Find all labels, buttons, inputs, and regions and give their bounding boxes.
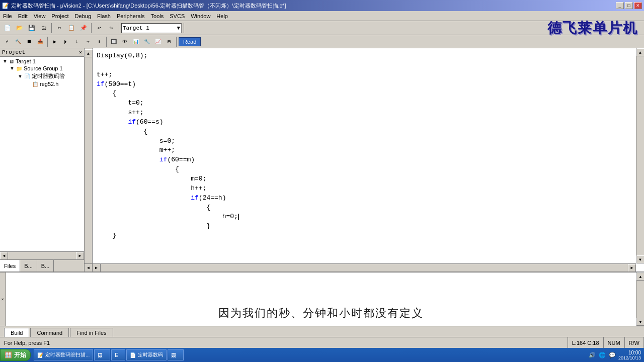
scroll-right-btn[interactable]: ▶ (76, 252, 84, 260)
code-line-2 (97, 61, 632, 70)
tray-icon-3[interactable]: 💬 (608, 351, 616, 359)
rebuild-button[interactable]: 🔨 (13, 37, 23, 47)
taskbar-item-2[interactable]: 🖼 (94, 349, 110, 360)
nav-left-arrow[interactable]: ◀ (85, 263, 93, 272)
sidebar: Project ✕ ▼ 🖥 Target 1 ▼ 📁 Source Group … (0, 48, 85, 272)
menu-peripherals[interactable]: Peripherals (114, 12, 148, 20)
watch-button[interactable]: 👁 (120, 37, 130, 47)
scroll-top-btn[interactable]: ▲ (636, 48, 645, 56)
paste-button[interactable]: 📌 (78, 23, 89, 34)
minimize-button[interactable]: _ (616, 2, 624, 9)
project-tree[interactable]: ▼ 🖥 Target 1 ▼ 📁 Source Group 1 ▼ 📄 定时器数… (0, 57, 84, 251)
taskbar-item-4[interactable]: 📄 定时器数码 (126, 349, 167, 360)
taskbar-items: 📝 定时器数码管扫描... 🖼 E 📄 定时器数码 🖼 (31, 349, 588, 360)
run-button[interactable]: ⏵ (61, 37, 71, 47)
target-label: Target 1 (123, 25, 149, 31)
step-button[interactable]: ↓ (72, 37, 82, 47)
sidebar-tab-b2[interactable]: B... (37, 260, 54, 272)
text-cursor (238, 214, 239, 220)
menu-help[interactable]: Help (213, 12, 231, 20)
title-bar-left: 📝 定时器数码管扫描 - μVision2 - [C:\Users\shifan… (2, 2, 286, 10)
clock-display: 10:00 2012/10/13 (618, 350, 641, 360)
menu-edit[interactable]: Edit (15, 12, 31, 20)
output-scrollbar[interactable]: ▲ ▼ (636, 273, 644, 326)
menu-flash[interactable]: Flash (94, 12, 114, 20)
read-button[interactable]: Read (179, 37, 201, 46)
perf-button[interactable]: 📈 (153, 37, 163, 47)
expand-file[interactable]: ▼ (17, 74, 23, 79)
menu-svcs[interactable]: SVCS (167, 12, 188, 20)
build-button[interactable]: ⚡ (2, 37, 12, 47)
memory-button[interactable]: 🔲 (109, 37, 119, 47)
window-title: 定时器数码管扫描 - μVision2 - [C:\Users\shifang\… (11, 2, 286, 10)
close-button[interactable]: ✕ (634, 2, 642, 9)
nav-right-arrow[interactable]: ▶ (93, 263, 101, 272)
cut-button[interactable]: ✂ (54, 23, 65, 34)
code-line-8: if(60==s) (97, 118, 632, 127)
taskbar-item-1[interactable]: 📝 定时器数码管扫描... (34, 349, 93, 360)
load-button[interactable]: 📥 (35, 37, 45, 47)
tree-file[interactable]: ▼ 📄 定时器数码管 (1, 72, 83, 80)
logic-button[interactable]: ⊞ (164, 37, 174, 47)
target-dropdown[interactable]: Target 1 ▼ (121, 23, 182, 33)
scroll-bottom-btn[interactable]: ▼ (636, 255, 645, 263)
new-file-button[interactable]: 📄 (2, 23, 13, 34)
start-button[interactable]: 🪟 开始 (0, 349, 31, 361)
tab-find-in-files[interactable]: Find in Files (70, 328, 113, 337)
header-label: reg52.h (40, 81, 58, 87)
copy-button[interactable]: 📋 (66, 23, 77, 34)
output-left-close[interactable]: ✕ (0, 273, 6, 326)
output-scroll-down[interactable]: ▼ (636, 318, 644, 326)
sidebar-tab-b1[interactable]: B... (20, 260, 37, 272)
maximize-button[interactable]: □ (625, 2, 633, 9)
code-line-18[interactable]: h=0; (97, 212, 632, 222)
tray-icon-1[interactable]: 🔊 (588, 351, 596, 359)
menu-tools[interactable]: Tools (148, 12, 167, 20)
app-icon: 📝 (2, 3, 9, 9)
taskbar-item-3[interactable]: E (111, 349, 125, 360)
scroll-left-btn[interactable]: ◀ (0, 252, 8, 260)
tree-source-group[interactable]: ▼ 📁 Source Group 1 (1, 65, 83, 72)
output-scroll-track[interactable] (636, 281, 644, 318)
start-debug-button[interactable]: ▶ (50, 37, 60, 47)
redo-button[interactable]: ↪ (106, 23, 117, 34)
open-button[interactable]: 📂 (14, 23, 25, 34)
sidebar-close-icon[interactable]: ✕ (79, 49, 82, 55)
menu-file[interactable]: File (0, 12, 15, 20)
tray-icon-2[interactable]: 🌐 (598, 351, 606, 359)
undo-button[interactable]: ↩ (94, 23, 105, 34)
disassembly-button[interactable]: 🔧 (142, 37, 152, 47)
taskbar-item-5[interactable]: 🖼 (168, 349, 184, 360)
sep5 (47, 37, 48, 47)
editor-bottom-scrollbar[interactable]: ◀ ▶ (93, 263, 636, 272)
tree-target1[interactable]: ▼ 🖥 Target 1 (1, 58, 83, 65)
output-scroll-up[interactable]: ▲ (636, 273, 644, 281)
menu-window[interactable]: Window (188, 12, 213, 20)
save-all-button[interactable]: 🗂 (38, 23, 49, 34)
save-button[interactable]: 💾 (26, 23, 37, 34)
title-bar-controls[interactable]: _ □ ✕ (616, 2, 642, 9)
expand-source-group[interactable]: ▼ (9, 66, 15, 71)
menu-project[interactable]: Project (48, 12, 71, 20)
editor-area: ▲ ▲ ▼ Display(0,8); t++; if(500==t) { t=… (85, 48, 644, 272)
editor-right-scrollbar[interactable]: ▲ ▼ (636, 48, 644, 263)
step-out-button[interactable]: ⬆ (94, 37, 104, 47)
step-over-button[interactable]: ⇒ (83, 37, 93, 47)
code-line-7: s++; (97, 108, 632, 118)
tab-build[interactable]: Build (4, 328, 29, 337)
sidebar-scroll[interactable]: ◀ ▶ (0, 251, 84, 259)
scroll-track-h[interactable] (9, 254, 75, 258)
tree-header[interactable]: 📋 reg52.h (1, 80, 83, 87)
code-content[interactable]: Display(0,8); t++; if(500==t) { t=0; s++… (93, 48, 636, 263)
sidebar-tab-files[interactable]: Files (0, 260, 20, 272)
register-button[interactable]: 📊 (131, 37, 141, 47)
scroll-up-btn[interactable]: ▲ (85, 49, 93, 57)
stop-button[interactable]: ⏹ (24, 37, 34, 47)
target1-label: Target 1 (16, 58, 36, 64)
expand-target1[interactable]: ▼ (2, 59, 8, 64)
menu-debug[interactable]: Debug (72, 12, 94, 20)
menu-view[interactable]: View (31, 12, 49, 20)
tab-command[interactable]: Command (30, 328, 69, 337)
file-label: 定时器数码管 (32, 72, 65, 80)
scroll-right-code-btn[interactable]: ▶ (628, 264, 636, 272)
